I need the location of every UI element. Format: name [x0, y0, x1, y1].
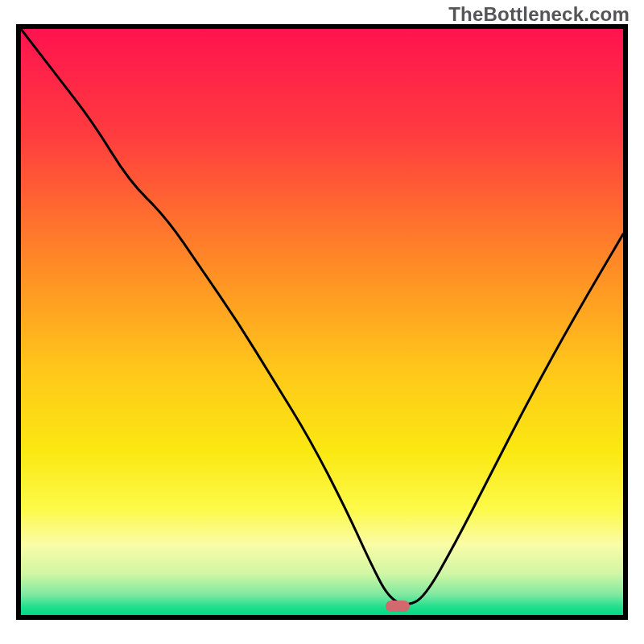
plot-area — [21, 29, 623, 615]
border-left — [16, 24, 21, 620]
border-right — [623, 24, 628, 620]
bottleneck-curve — [21, 29, 623, 615]
chart-frame: TheBottleneck.com — [0, 0, 644, 644]
optimal-point-marker — [386, 601, 410, 612]
border-bottom — [16, 615, 628, 620]
watermark-text: TheBottleneck.com — [448, 3, 630, 26]
